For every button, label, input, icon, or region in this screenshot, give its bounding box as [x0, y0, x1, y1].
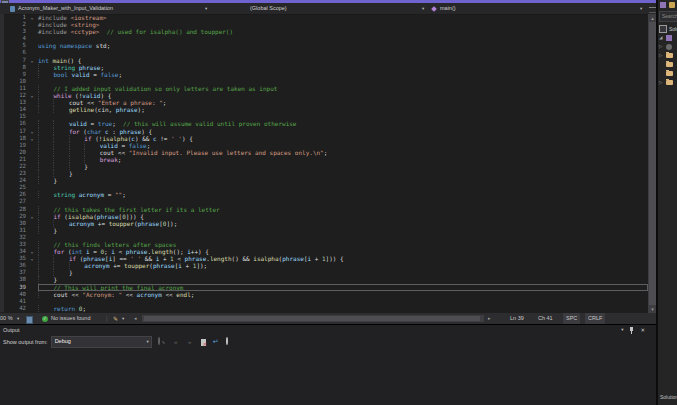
code-line-20[interactable]: 20cout << "Invalid input. Please use let…: [0, 149, 648, 156]
code-line-13[interactable]: 13cout << "Enter a phrase: ";: [0, 99, 648, 106]
scroll-right-icon[interactable]: ▸: [488, 313, 491, 324]
tree-item[interactable]: ◢: [658, 33, 677, 42]
word-wrap-icon[interactable]: ↵: [212, 338, 220, 346]
horizontal-scrollbar-thumb[interactable]: [144, 316, 480, 321]
close-icon[interactable]: ✕: [640, 326, 645, 334]
output-source-dropdown[interactable]: Debug ▾: [51, 336, 152, 348]
chevron-down-icon[interactable]: ▾: [205, 3, 207, 14]
code-line-31[interactable]: 31}: [0, 227, 648, 234]
tree-collapsed-icon[interactable]: ▷: [659, 80, 664, 85]
pin-icon[interactable]: [628, 326, 635, 334]
code-line-3[interactable]: 3#include <cctype> // used for isalpha()…: [0, 28, 648, 35]
code-line-22[interactable]: 22}: [0, 163, 648, 170]
chevron-down-icon[interactable]: ▾: [17, 313, 19, 324]
nav-file-dropdown[interactable]: Acronym_Maker_with_Input_Validation: [18, 3, 113, 14]
code-line-27[interactable]: 27: [0, 198, 648, 205]
find-message-icon[interactable]: [158, 338, 166, 346]
code-line-34[interactable]: 34⌄for (int i = 0; i < phrase.length(); …: [0, 248, 648, 255]
code-line-25[interactable]: 25: [0, 184, 648, 191]
code-line-18[interactable]: 18⌄if (!isalpha(c) && c != ' ') {: [0, 135, 648, 142]
code-line-11[interactable]: 11// I added input validation so only le…: [0, 85, 648, 92]
code-line-5[interactable]: 5using namespace std;: [0, 42, 648, 49]
tree-item[interactable]: [658, 60, 677, 69]
code-line-35[interactable]: 35⌄if (phrase[i] == ' ' && i + 1 < phras…: [0, 255, 648, 262]
next-message-icon[interactable]: »: [186, 338, 194, 346]
zoom-level[interactable]: 100 %: [0, 313, 13, 324]
code-line-12[interactable]: 12⌄while (!valid) {: [0, 92, 648, 99]
line-ending-toggle[interactable]: CRLF: [585, 313, 605, 324]
fold-marker-icon[interactable]: ⌄: [26, 57, 38, 64]
code-editor[interactable]: 1⌄#include <iostream>2#include <string>3…: [0, 14, 648, 313]
tree-item[interactable]: ▷: [658, 42, 677, 51]
code-line-41[interactable]: 41: [0, 298, 648, 305]
code-line-2[interactable]: 2#include <string>: [0, 21, 648, 28]
document-health-icon[interactable]: [26, 316, 33, 324]
code-line-4[interactable]: 4: [0, 35, 648, 42]
code-line-21[interactable]: 21break;: [0, 156, 648, 163]
tree-expanded-icon[interactable]: ◢: [659, 35, 664, 40]
prev-message-icon[interactable]: «: [172, 338, 180, 346]
code-line-15[interactable]: 15: [0, 113, 648, 120]
code-line-23[interactable]: 23}: [0, 170, 648, 177]
tree-collapsed-icon[interactable]: ▷: [659, 53, 664, 58]
spaces-toggle[interactable]: SPC: [563, 313, 580, 324]
home-icon[interactable]: [669, 2, 675, 8]
code-line-30[interactable]: 30acronym += toupper(phrase[0]);: [0, 220, 648, 227]
code-line-9[interactable]: 9bool valid = false;: [0, 71, 648, 78]
code-line-8[interactable]: 8string phrase;: [0, 64, 648, 71]
fold-marker-icon[interactable]: ⌄: [26, 213, 38, 220]
tab-solution-explorer[interactable]: Solution Explorer: [660, 394, 677, 400]
fold-marker-icon[interactable]: ⌄: [26, 255, 38, 262]
code-line-32[interactable]: 32: [0, 234, 648, 241]
fold-column: [26, 305, 38, 312]
code-line-38[interactable]: 38}: [0, 276, 648, 283]
code-text: }: [38, 269, 648, 276]
code-line-42[interactable]: 42return 0;: [0, 305, 648, 312]
code-line-1[interactable]: 1⌄#include <iostream>: [0, 14, 648, 21]
solution-root-label: Solution: [669, 26, 677, 32]
code-line-19[interactable]: 19valid = false;: [0, 142, 648, 149]
code-line-26[interactable]: 26string acronym = "";: [0, 191, 648, 198]
chevron-down-icon[interactable]: ▾: [122, 313, 124, 324]
solution-search-input[interactable]: Search Solution Explorer: [659, 11, 677, 22]
solution-root-row[interactable]: Solution: [658, 24, 677, 33]
settings-icon[interactable]: [226, 338, 234, 346]
tree-item[interactable]: [658, 69, 677, 78]
scroll-left-icon[interactable]: ◂: [134, 313, 137, 324]
window-position-icon[interactable]: ▾: [621, 326, 623, 334]
code-line-40[interactable]: 40cout << "Acronym: " << acronym << endl…: [0, 291, 648, 298]
code-line-17[interactable]: 17⌄for (char c : phrase) {: [0, 128, 648, 135]
horizontal-scrollbar[interactable]: [142, 315, 484, 322]
clear-all-icon[interactable]: [201, 339, 206, 346]
tree-item[interactable]: ▷: [658, 78, 677, 87]
output-content[interactable]: [0, 349, 657, 405]
code-line-28[interactable]: 28// this takes the first letter if its …: [0, 206, 648, 213]
code-line-10[interactable]: 10: [0, 78, 648, 85]
scrollbar-splitter-handle[interactable]: [649, 7, 656, 13]
switch-views-icon[interactable]: [660, 2, 666, 8]
fold-marker-icon[interactable]: ⌄: [26, 92, 38, 99]
code-line-33[interactable]: 33// this finds letters after spaces: [0, 241, 648, 248]
tree-collapsed-icon[interactable]: ▷: [659, 44, 664, 49]
nav-member-dropdown[interactable]: main(): [440, 3, 456, 14]
code-line-29[interactable]: 29⌄if (isalpha(phrase[0])) {: [0, 213, 648, 220]
health-status-text[interactable]: No issues found: [51, 313, 90, 324]
fold-marker-icon[interactable]: ⌄: [26, 248, 38, 255]
code-line-6[interactable]: 6: [0, 49, 648, 56]
code-line-39[interactable]: 39// This will print the final acronym: [0, 284, 648, 291]
chevron-down-icon[interactable]: ▾: [422, 3, 424, 14]
code-line-7[interactable]: 7⌄int main() {: [0, 57, 648, 64]
fold-marker-icon[interactable]: ⌄: [26, 14, 38, 21]
code-line-36[interactable]: 36acronym += toupper(phrase[i + 1]);: [0, 262, 648, 269]
fold-marker-icon[interactable]: ⌄: [26, 135, 38, 142]
vertical-scrollbar-thumb[interactable]: [649, 22, 656, 305]
nav-scope-dropdown[interactable]: (Global Scope): [250, 3, 287, 14]
code-line-24[interactable]: 24}: [0, 177, 648, 184]
fold-marker-icon[interactable]: ⌄: [26, 128, 38, 135]
code-line-37[interactable]: 37}: [0, 269, 648, 276]
tree-item[interactable]: ▷: [658, 51, 677, 60]
line-number: 18: [4, 135, 26, 142]
code-line-14[interactable]: 14getline(cin, phrase);: [0, 106, 648, 113]
chevron-down-icon[interactable]: ▾: [640, 3, 642, 14]
code-line-16[interactable]: 16valid = true; // this will assume vali…: [0, 120, 648, 127]
